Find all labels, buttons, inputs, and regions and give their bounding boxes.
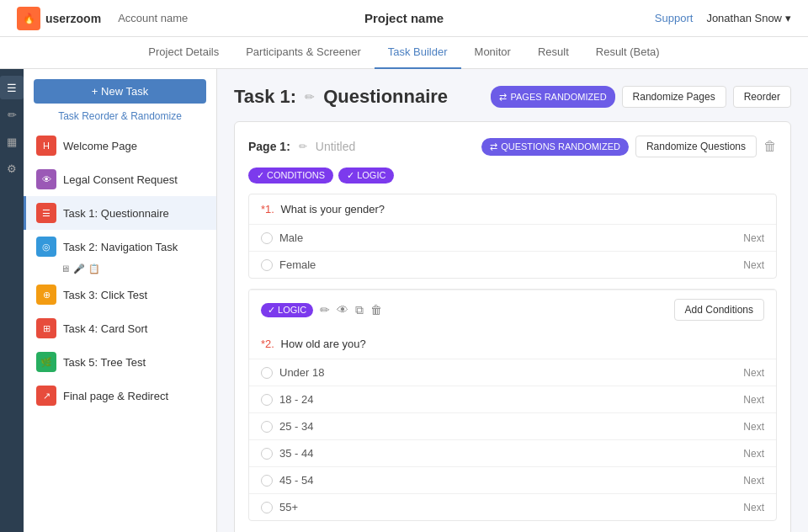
q2-next-55plus: Next <box>743 502 764 513</box>
tab-result[interactable]: Result <box>524 37 582 69</box>
tab-task-builder[interactable]: Task Builder <box>375 37 461 69</box>
q1-label-male: Male <box>279 231 743 244</box>
task-label-task4: Task 4: Card Sort <box>63 322 147 335</box>
q2-next-18-24: Next <box>743 394 764 406</box>
content-area: Task 1: ✏ Questionnaire ⇄ PAGES RANDOMIZ… <box>217 69 808 532</box>
page-header: Page 1: ✏ Untitled ⇄ QUESTIONS RANDOMIZE… <box>248 136 777 157</box>
chevron-down-icon: ▾ <box>785 12 791 24</box>
question-1-header: *1. What is your gender? <box>249 194 776 224</box>
q2-next-45-54: Next <box>743 475 764 487</box>
task2-mic-icon: 🎤 <box>73 263 85 274</box>
page-card: Page 1: ✏ Untitled ⇄ QUESTIONS RANDOMIZE… <box>234 121 791 532</box>
q2-radio-55plus[interactable] <box>261 502 273 513</box>
task-label-welcome: Welcome Page <box>63 140 137 152</box>
task-label-legal: Legal Consent Request <box>63 173 178 186</box>
topbar: 🔥 userzoom Account name Project name Sup… <box>0 0 808 37</box>
sidebar-item-task4[interactable]: ⊞ Task 4: Card Sort <box>24 311 216 345</box>
task-icon-task4: ⊞ <box>36 318 56 338</box>
questions-randomized-text: QUESTIONS RANDOMIZED <box>501 141 620 152</box>
q2-radio-35-44[interactable] <box>261 448 273 460</box>
task2-clipboard-icon: 📋 <box>88 263 100 274</box>
main-layout: ☰ ✏ ▦ ⚙ + New Task Task Reorder & Random… <box>0 69 808 532</box>
shuffle-icon: ⇄ <box>499 92 507 103</box>
q2-radio-under18[interactable] <box>261 367 273 379</box>
task2-sub-icons: 🖥 🎤 📋 <box>24 263 216 278</box>
q2-edit-button[interactable]: ✏ <box>320 303 330 317</box>
questions-randomized-badge: ⇄ QUESTIONS RANDOMIZED <box>481 138 629 156</box>
task-label-task5: Task 5: Tree Test <box>63 356 146 369</box>
questions-shuffle-icon: ⇄ <box>490 141 497 152</box>
sidebar-icon-edit[interactable]: ✏ <box>0 103 24 126</box>
new-task-button[interactable]: + New Task <box>34 79 206 104</box>
q1-next-male: Next <box>743 232 764 244</box>
q2-label-45-54: 45 - 54 <box>279 474 743 487</box>
tab-participants-screener[interactable]: Participants & Screener <box>232 37 375 69</box>
sidebar-item-task5[interactable]: 🌿 Task 5: Tree Test <box>24 345 216 379</box>
question-2-required: *2. <box>261 338 274 350</box>
question-1-text: What is your gender? <box>281 203 385 215</box>
task-label-task1: Task 1: Questionnaire <box>63 207 169 220</box>
logic-tag[interactable]: ✓ LOGIC <box>338 168 394 184</box>
question-2-block: ✓ LOGIC ✏ 👁 ⧉ 🗑 Add Conditions *2. How o… <box>248 289 777 521</box>
q2-delete-button[interactable]: 🗑 <box>370 303 382 317</box>
q1-label-female: Female <box>279 258 743 271</box>
task-icon-task2: ◎ <box>36 237 56 257</box>
q2-radio-18-24[interactable] <box>261 394 273 406</box>
q2-label-18-24: 18 - 24 <box>279 393 743 406</box>
question-1-required: *1. <box>261 203 274 215</box>
user-menu[interactable]: Jonathan Snow ▾ <box>706 12 791 24</box>
sidebar-icon-settings[interactable]: ⚙ <box>0 157 24 180</box>
task-sidebar: + New Task Task Reorder & Randomize H We… <box>24 69 217 532</box>
sidebar-icon-menu[interactable]: ☰ <box>0 76 24 99</box>
task-icon-task5: 🌿 <box>36 352 56 372</box>
task-icon-welcome: H <box>36 136 56 156</box>
q2-label-under18: Under 18 <box>279 366 743 379</box>
q1-radio-female[interactable] <box>261 259 273 271</box>
q2-option-18-24: 18 - 24 Next <box>249 386 776 412</box>
page-label: Page 1: <box>248 140 290 153</box>
q2-option-55plus: 55+ Next <box>249 493 776 520</box>
tab-project-details[interactable]: Project Details <box>135 37 232 69</box>
question-2-text: How old are you? <box>281 338 366 350</box>
q2-copy-button[interactable]: ⧉ <box>355 303 364 317</box>
tab-result-beta[interactable]: Result (Beta) <box>582 37 673 69</box>
reorder-randomize-link[interactable]: Task Reorder & Randomize <box>24 110 216 122</box>
reorder-button[interactable]: Reorder <box>733 86 791 108</box>
task2-screen-icon: 🖥 <box>61 263 70 274</box>
randomize-pages-button[interactable]: Randomize Pages <box>622 86 726 108</box>
q2-view-button[interactable]: 👁 <box>337 303 348 317</box>
page-title: Untitled <box>316 140 355 153</box>
q2-label-55plus: 55+ <box>279 501 743 513</box>
sidebar-icon-grid[interactable]: ▦ <box>0 130 24 153</box>
conditions-tag[interactable]: ✓ CONDITIONS <box>248 168 333 184</box>
page-delete-button[interactable]: 🗑 <box>763 139 777 154</box>
question-2-actions: ✓ LOGIC ✏ 👁 ⧉ 🗑 Add Conditions <box>249 290 776 329</box>
task-header-label: Task 1: <box>234 86 296 108</box>
sidebar-item-task1[interactable]: ☰ Task 1: Questionnaire <box>24 196 216 230</box>
support-link[interactable]: Support <box>655 12 694 24</box>
tab-monitor[interactable]: Monitor <box>461 37 524 69</box>
page-tags: ✓ CONDITIONS ✓ LOGIC <box>248 168 777 184</box>
q1-next-female: Next <box>743 259 764 271</box>
topbar-right: Support Jonathan Snow ▾ <box>655 12 791 24</box>
sidebar-item-legal[interactable]: 👁 Legal Consent Request <box>24 162 216 196</box>
q2-radio-45-54[interactable] <box>261 475 273 487</box>
task-header-edit-icon[interactable]: ✏ <box>305 90 315 104</box>
page-header-actions: ⇄ QUESTIONS RANDOMIZED Randomize Questio… <box>481 136 777 157</box>
task-header: Task 1: ✏ Questionnaire ⇄ PAGES RANDOMIZ… <box>234 86 791 108</box>
page-edit-icon[interactable]: ✏ <box>299 141 307 152</box>
q1-radio-male[interactable] <box>261 232 273 244</box>
q1-option-male: Male Next <box>249 224 776 251</box>
q2-option-under18: Under 18 Next <box>249 359 776 386</box>
q2-logic-tag[interactable]: ✓ LOGIC <box>261 303 313 317</box>
q2-label-25-34: 25 - 34 <box>279 420 743 433</box>
sidebar-item-task2[interactable]: ◎ Task 2: Navigation Task <box>24 230 216 263</box>
q2-next-under18: Next <box>743 367 764 379</box>
sidebar-item-welcome[interactable]: H Welcome Page <box>24 129 216 162</box>
add-conditions-button[interactable]: Add Conditions <box>674 299 764 321</box>
q2-radio-25-34[interactable] <box>261 421 273 433</box>
randomize-questions-button[interactable]: Randomize Questions <box>635 136 757 157</box>
sidebar-item-task3[interactable]: ⊕ Task 3: Click Test <box>24 278 216 311</box>
q2-next-35-44: Next <box>743 448 764 460</box>
sidebar-item-final[interactable]: ↗ Final page & Redirect <box>24 379 216 412</box>
